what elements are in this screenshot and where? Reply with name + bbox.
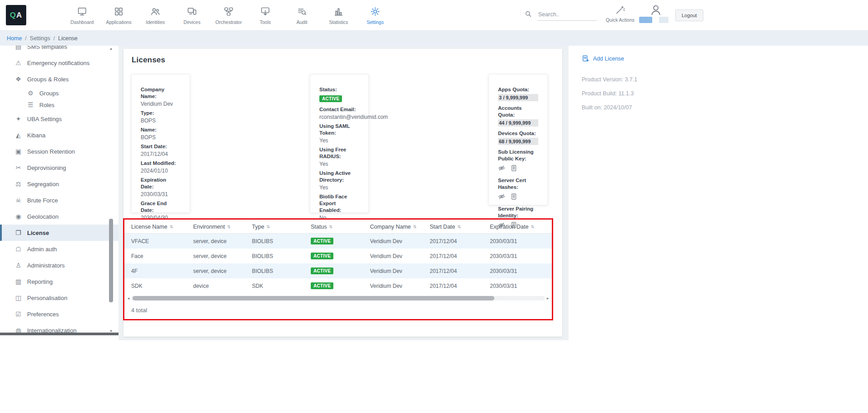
search-icon[interactable] <box>525 10 532 18</box>
identities-people-icon <box>150 6 161 17</box>
kibana-icon: ◭ <box>14 131 22 139</box>
nav-orchestrator[interactable]: Orchestrator <box>210 0 247 31</box>
scroll-left-arrow-icon[interactable]: ◂ <box>126 296 131 300</box>
nav-dashboard[interactable]: Dashboard <box>64 0 100 31</box>
sidebar-item-reporting[interactable]: ▥Reporting <box>0 273 119 290</box>
breadcrumb-home[interactable]: Home <box>7 35 22 42</box>
add-license-button[interactable]: Add License <box>582 55 624 62</box>
groups-roles-icon: ❖ <box>14 75 22 83</box>
accounts-quota-bar: 44 / 9,999,999 <box>498 119 538 127</box>
sidebar-item-administrators[interactable]: ♙Administrators <box>0 257 119 273</box>
table-horizontal-scrollbar[interactable]: ◂ ▸ <box>126 296 550 301</box>
product-info: Product Version: 3.7.1 Product Build: 11… <box>582 76 868 111</box>
sidebar-item-segregation[interactable]: ⚖Segregation <box>0 176 119 192</box>
license-info-card: Company Name:Veridium Dev Type:BOPS Name… <box>131 74 190 213</box>
table-row-4f[interactable]: 4F server, device BIOLIBS ACTIVE Veridiu… <box>124 263 552 278</box>
column-header-company-name[interactable]: Company Name⇅ <box>370 224 430 230</box>
sidebar-list: ▤SMS templates ⚠Emergency notifications … <box>0 46 119 335</box>
sidebar-item-personalisation[interactable]: ◫Personalisation <box>0 290 119 306</box>
administrators-icon: ♙ <box>14 262 22 269</box>
roles-icon: ☰ <box>27 101 34 108</box>
audit-list-search-icon <box>297 6 307 17</box>
column-header-license-name[interactable]: License Name⇅ <box>131 224 193 230</box>
copy-icon[interactable] <box>510 193 517 200</box>
quick-actions-button[interactable]: Quick Actions <box>604 5 636 23</box>
sidebar-vertical-scrollbar[interactable]: ▲ ▼ <box>109 47 114 333</box>
tools-icon <box>260 6 270 17</box>
content-area: ▤SMS templates ⚠Emergency notifications … <box>0 46 868 413</box>
table-total-count: 4 total <box>131 307 552 314</box>
nav-devices[interactable]: Devices <box>174 0 210 31</box>
user-avatar-icon[interactable] <box>650 4 662 16</box>
sidebar-item-session-retention[interactable]: ▣Session Retention <box>0 143 119 160</box>
sort-icon: ⇅ <box>266 225 270 229</box>
search-input[interactable] <box>537 10 597 21</box>
table-row-vface[interactable]: VFACE server, device BIOLIBS ACTIVE Veri… <box>124 234 552 249</box>
sidebar-horizontal-scrollbar[interactable] <box>0 333 119 335</box>
nav-applications[interactable]: Applications <box>100 0 137 31</box>
breadcrumb-separator: / <box>53 35 55 42</box>
nav-statistics[interactable]: Statistics <box>320 0 357 31</box>
column-header-status[interactable]: Status⇅ <box>311 224 370 230</box>
copy-icon[interactable] <box>510 164 517 172</box>
status-badge: ACTIVE <box>319 95 342 102</box>
sidebar-item-preferences[interactable]: ☑Preferences <box>0 306 119 322</box>
sidebar-item-geolocation[interactable]: ◉Geolocation <box>0 208 119 225</box>
eye-off-icon[interactable] <box>498 193 505 200</box>
eye-off-icon[interactable] <box>498 164 505 172</box>
sidebar-item-roles[interactable]: ☰Roles <box>0 99 119 111</box>
segregation-icon: ⚖ <box>14 180 22 188</box>
sidebar-item-license[interactable]: ❐License <box>0 225 119 241</box>
flag-chip-left[interactable] <box>639 17 652 23</box>
sidebar-item-brute-force[interactable]: ☠Brute Force <box>0 192 119 208</box>
nav-audit[interactable]: Audit <box>284 0 320 31</box>
status-badge: ACTIVE <box>311 253 333 259</box>
nav-tools[interactable]: Tools <box>247 0 284 31</box>
table-row-face[interactable]: Face server, device BIOLIBS ACTIVE Verid… <box>124 249 552 263</box>
nav-settings[interactable]: Settings <box>357 0 394 31</box>
scroll-up-arrow-icon[interactable]: ▲ <box>109 47 114 50</box>
scroll-right-arrow-icon[interactable]: ▸ <box>545 296 550 300</box>
veridium-admin-screen: QA Dashboard Applications Identities Dev… <box>0 0 868 413</box>
scrollbar-thumb[interactable] <box>133 296 494 300</box>
sidebar-viewport: ▤SMS templates ⚠Emergency notifications … <box>0 46 119 335</box>
search-area <box>525 10 597 21</box>
center-column: Licenses Company Name:Veridium Dev Type:… <box>119 46 569 413</box>
sidebar-item-emergency-notifications[interactable]: ⚠Emergency notifications <box>0 55 119 71</box>
scroll-down-arrow-icon[interactable]: ▼ <box>109 329 114 333</box>
emergency-notifications-icon: ⚠ <box>14 59 22 66</box>
add-license-icon <box>582 55 589 62</box>
admin-auth-shield-icon: ☖ <box>14 245 22 253</box>
logout-button[interactable]: Logout <box>675 9 703 21</box>
product-version: Product Version: 3.7.1 <box>582 76 868 83</box>
flag-chip-right[interactable] <box>659 17 669 23</box>
nav-identities[interactable]: Identities <box>137 0 174 31</box>
statistics-chart-icon <box>333 6 344 17</box>
sidebar-item-groups-roles[interactable]: ❖Groups & Roles <box>0 71 119 87</box>
table-row-sdk[interactable]: SDK device SDK ACTIVE Veridium Dev 2017/… <box>124 278 552 293</box>
column-header-type[interactable]: Type⇅ <box>252 224 311 230</box>
scrollbar-thumb[interactable] <box>109 219 113 302</box>
sidebar-item-uba-settings[interactable]: ✦UBA Settings <box>0 111 119 127</box>
sidebar-item-admin-auth[interactable]: ☖Admin auth <box>0 241 119 257</box>
breadcrumb-separator: / <box>25 35 26 42</box>
status-badge: ACTIVE <box>311 268 333 274</box>
geolocation-globe-icon: ◉ <box>14 213 22 220</box>
qa-logo[interactable]: QA <box>6 5 26 25</box>
breadcrumb: Home / Settings / License <box>0 31 868 46</box>
sort-icon: ⇅ <box>457 225 461 229</box>
sidebar-item-kibana[interactable]: ◭Kibana <box>0 127 119 143</box>
license-icon: ❐ <box>14 229 22 236</box>
column-header-start-date[interactable]: Start Date⇅ <box>430 224 490 230</box>
sidebar-item-sms-templates[interactable]: ▤SMS templates <box>0 46 119 55</box>
sidebar-item-groups[interactable]: ⚙Groups <box>0 87 119 99</box>
column-header-environment[interactable]: Environment⇅ <box>193 224 252 230</box>
sidebar-item-deprovisioning[interactable]: ✂Deprovisioning <box>0 160 119 176</box>
scrollbar-track[interactable] <box>132 296 545 300</box>
preferences-icon: ☑ <box>14 310 22 318</box>
session-retention-icon: ▣ <box>14 148 22 155</box>
column-header-expiration-date[interactable]: Expiration Date⇅ <box>490 224 544 230</box>
orchestrator-flow-icon <box>223 6 234 17</box>
breadcrumb-settings[interactable]: Settings <box>30 35 50 42</box>
groups-icon: ⚙ <box>27 89 34 97</box>
